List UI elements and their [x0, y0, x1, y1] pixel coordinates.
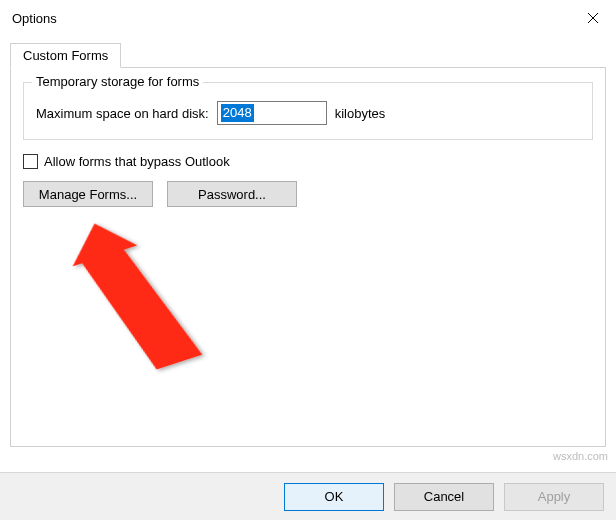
tab-custom-forms[interactable]: Custom Forms	[10, 43, 121, 68]
allow-bypass-row[interactable]: Allow forms that bypass Outlook	[23, 154, 593, 169]
ok-button[interactable]: OK	[284, 483, 384, 511]
group-temporary-storage: Temporary storage for forms Maximum spac…	[23, 82, 593, 140]
allow-bypass-label: Allow forms that bypass Outlook	[44, 154, 230, 169]
apply-button[interactable]: Apply	[504, 483, 604, 511]
tabstrip: Custom Forms	[10, 42, 606, 68]
dialog-content: Custom Forms Temporary storage for forms…	[0, 36, 616, 447]
max-space-value: 2048	[221, 104, 254, 122]
cancel-button[interactable]: Cancel	[394, 483, 494, 511]
dialog-footer: OK Cancel Apply	[0, 472, 616, 520]
close-button[interactable]	[570, 0, 616, 36]
max-space-unit: kilobytes	[335, 106, 386, 121]
allow-bypass-checkbox[interactable]	[23, 154, 38, 169]
titlebar: Options	[0, 0, 616, 36]
password-button[interactable]: Password...	[167, 181, 297, 207]
watermark: wsxdn.com	[553, 450, 608, 462]
group-legend: Temporary storage for forms	[32, 74, 203, 89]
close-icon	[587, 12, 599, 24]
max-space-input[interactable]: 2048	[217, 101, 327, 125]
max-space-label: Maximum space on hard disk:	[36, 106, 209, 121]
manage-forms-button[interactable]: Manage Forms...	[23, 181, 153, 207]
tabpanel-custom-forms: Temporary storage for forms Maximum spac…	[10, 67, 606, 447]
window-title: Options	[12, 11, 57, 26]
